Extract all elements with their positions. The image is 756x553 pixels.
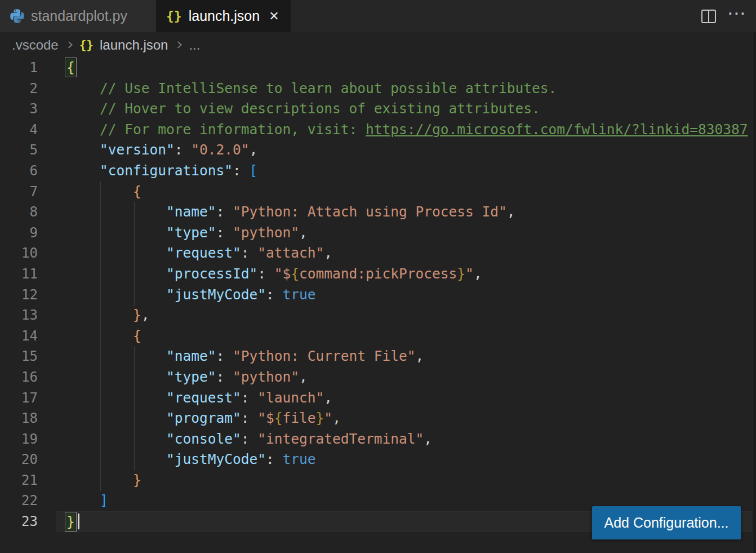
code-token: true (283, 286, 316, 303)
fwlink-hyperlink[interactable]: https://go.microsoft.com/fwlink/?linkid=… (366, 121, 748, 138)
code-token: "Python: Attach using Process Id" (233, 203, 507, 220)
code-line-18[interactable]: 18 "program": "${file}", (0, 408, 756, 429)
more-actions-icon[interactable]: ··· (728, 6, 750, 27)
code-token: " (465, 266, 474, 282)
code-line-10[interactable]: 10 "request": "attach", (0, 243, 756, 264)
code-area[interactable]: 1{2 // Use IntelliSense to learn about p… (0, 57, 756, 553)
code-token: "$ (274, 266, 291, 282)
line-number[interactable]: 1 (0, 57, 38, 78)
line-number[interactable]: 20 (0, 449, 38, 470)
code-line-5[interactable]: 5 "version": "0.2.0", (0, 140, 756, 161)
code-token: : (216, 224, 233, 241)
breadcrumb-vscode[interactable]: .vscode (12, 37, 59, 53)
code-token: } (133, 307, 141, 323)
tab-launch-json[interactable]: {} launch.json ✕ (156, 0, 291, 32)
code-line-16[interactable]: 16 "type": "python", (0, 367, 756, 388)
code-token: , (250, 141, 258, 158)
line-number[interactable]: 15 (0, 346, 38, 367)
code-token: { (274, 410, 283, 426)
bracket-match: } (66, 514, 75, 530)
code-token (66, 80, 100, 96)
vertical-scrollbar-track[interactable] (752, 32, 756, 553)
code-line-3[interactable]: 3 // Hover to view descriptions of exist… (0, 99, 756, 120)
code-line-2[interactable]: 2 // Use IntelliSense to learn about pos… (0, 78, 756, 99)
code-token: : (257, 266, 274, 282)
add-configuration-button[interactable]: Add Configuration... (592, 506, 741, 539)
indent-guide (134, 202, 135, 306)
line-number[interactable]: 10 (0, 243, 38, 264)
code-line-content: { (56, 57, 756, 78)
code-line-6[interactable]: 6 "configurations": [ (0, 161, 756, 182)
indent-guide (134, 347, 135, 471)
code-token: , (299, 224, 308, 241)
line-number[interactable]: 21 (0, 470, 38, 491)
line-number[interactable]: 4 (0, 120, 38, 140)
code-line-8[interactable]: 8 "name": "Python: Attach using Process … (0, 202, 756, 223)
code-token: "processId" (166, 266, 257, 282)
code-token: { (133, 328, 141, 344)
code-token: "name" (166, 348, 216, 364)
code-token (66, 162, 100, 179)
code-token: "python" (233, 369, 299, 385)
line-number[interactable]: 19 (0, 429, 38, 450)
line-number[interactable]: 11 (0, 264, 38, 285)
line-number[interactable]: 18 (0, 408, 38, 429)
breadcrumb-launch-json[interactable]: launch.json (100, 37, 168, 53)
code-token: file (283, 410, 316, 426)
editor-actions: ··· (701, 0, 756, 32)
code-line-4[interactable]: 4 // For more information, visit: https:… (0, 120, 756, 140)
code-line-11[interactable]: 11 "processId": "${command:pickProcess}"… (0, 264, 756, 285)
code-token: // Use IntelliSense to learn about possi… (100, 80, 557, 96)
code-line-content: { (56, 326, 756, 347)
code-line-12[interactable]: 12 "justMyCode": true (0, 285, 756, 306)
code-line-7[interactable]: 7 { (0, 182, 756, 202)
code-token (66, 203, 166, 220)
line-number[interactable]: 8 (0, 202, 38, 223)
code-line-13[interactable]: 13 }, (0, 305, 756, 326)
line-number[interactable]: 14 (0, 326, 38, 347)
line-number[interactable]: 7 (0, 182, 38, 202)
code-token: , (424, 431, 432, 447)
code-line-content: } (56, 470, 756, 491)
close-tab-icon[interactable]: ✕ (269, 10, 279, 23)
python-icon (10, 9, 24, 23)
code-line-20[interactable]: 20 "justMyCode": true (0, 449, 756, 470)
line-number[interactable]: 6 (0, 161, 38, 182)
code-line-17[interactable]: 17 "request": "launch", (0, 388, 756, 409)
breadcrumb-symbol-path[interactable]: ... (189, 37, 200, 53)
code-token: command:pickProcess (299, 266, 457, 282)
code-line-15[interactable]: 15 "name": "Python: Current File", (0, 346, 756, 367)
code-token: : (266, 451, 283, 467)
code-line-14[interactable]: 14 { (0, 326, 756, 347)
code-token: "program" (166, 410, 241, 426)
code-token (66, 100, 100, 117)
code-token (66, 224, 166, 241)
code-line-9[interactable]: 9 "type": "python", (0, 223, 756, 244)
line-number[interactable]: 13 (0, 305, 38, 326)
code-line-content: "console": "integratedTerminal", (56, 429, 756, 450)
line-number[interactable]: 23 (0, 511, 38, 532)
split-editor-icon[interactable] (701, 10, 716, 23)
line-number[interactable]: 22 (0, 490, 38, 511)
line-number[interactable]: 2 (0, 78, 38, 99)
code-token: , (416, 348, 424, 364)
code-token (66, 451, 166, 467)
tab-standardplot-py[interactable]: standardplot.py (0, 0, 156, 32)
vscode-window: standardplot.py {} launch.json ✕ ··· .vs… (0, 0, 756, 553)
code-line-1[interactable]: 1{ (0, 57, 756, 78)
line-number[interactable]: 9 (0, 223, 38, 244)
code-line-21[interactable]: 21 } (0, 470, 756, 491)
code-line-content: "justMyCode": true (56, 449, 756, 470)
code-token: true (283, 451, 316, 467)
line-number[interactable]: 5 (0, 140, 38, 161)
line-number[interactable]: 12 (0, 285, 38, 306)
line-number[interactable]: 3 (0, 99, 38, 120)
code-line-19[interactable]: 19 "console": "integratedTerminal", (0, 429, 756, 450)
code-token: "integratedTerminal" (257, 431, 424, 447)
code-token (66, 390, 166, 406)
code-token: : (266, 286, 283, 303)
code-token: { (133, 183, 141, 200)
line-number[interactable]: 16 (0, 367, 38, 388)
line-number[interactable]: 17 (0, 388, 38, 409)
code-line-content: // For more information, visit: https://… (56, 120, 756, 140)
